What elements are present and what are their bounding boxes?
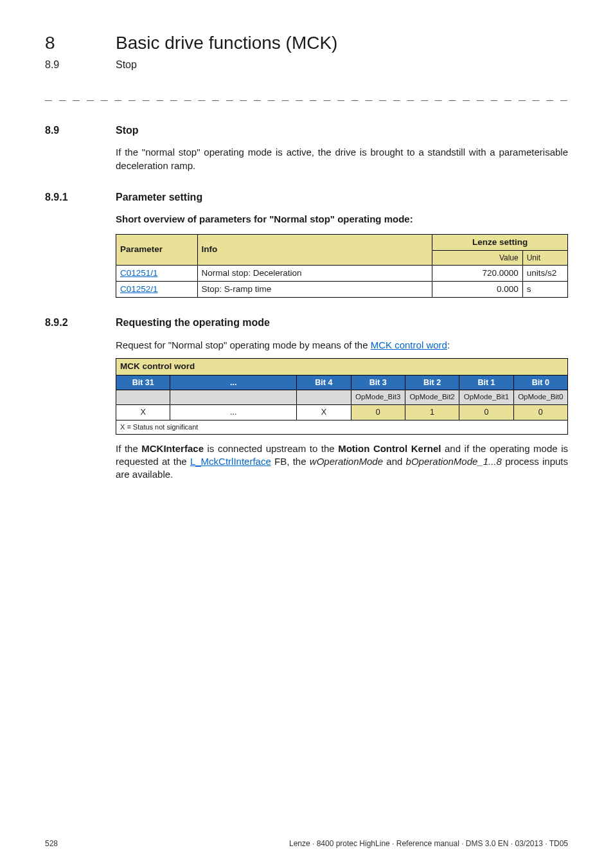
mck-value: X <box>116 404 170 420</box>
mck-mode: OpMode_Bit3 <box>351 390 405 405</box>
section-8-9-1: 8.9.1 Parameter setting <box>45 190 568 204</box>
mck-value: 0 <box>459 404 513 420</box>
bold-motion-control-kernel: Motion Control Kernel <box>338 443 441 454</box>
param-info: Stop: S-ramp time <box>197 282 432 298</box>
param-header-lenze: Lenze setting <box>432 234 568 250</box>
param-subheader-unit: Unit <box>522 250 567 265</box>
mck-footnote: X = Status not significant <box>116 420 568 434</box>
mck-control-word-table: MCK control word Bit 31 ... Bit 4 Bit 3 … <box>116 358 568 434</box>
subsection-title: Requesting the operating mode <box>116 316 270 330</box>
param-value: 0.000 <box>432 282 523 298</box>
mck-control-word-link[interactable]: MCK control word <box>371 339 447 350</box>
mck-bit: Bit 0 <box>513 375 567 390</box>
mck-bit: Bit 31 <box>116 375 170 390</box>
mck-value: 0 <box>513 404 567 420</box>
intro-post: : <box>447 339 450 350</box>
param-value: 720.0000 <box>432 266 523 282</box>
bold-mckinterface: MCKInterface <box>141 443 204 454</box>
page-number: 528 <box>45 838 58 849</box>
mck-bit: ... <box>170 375 297 390</box>
mck-value: X <box>297 404 351 420</box>
subsection-number: 8.9.2 <box>45 316 116 330</box>
intro-pre: Request for "Normal stop" operating mode… <box>116 339 371 350</box>
param-unit: s <box>522 282 567 298</box>
mck-mode: OpMode_Bit1 <box>459 390 513 405</box>
text: is connected upstream to the <box>204 443 338 454</box>
param-link[interactable]: C01252/1 <box>120 284 158 294</box>
section-number: 8.9 <box>45 123 116 138</box>
after-paragraph: If the MCKInterface is connected upstrea… <box>116 442 568 482</box>
divider: _ _ _ _ _ _ _ _ _ _ _ _ _ _ _ _ _ _ _ _ … <box>45 87 568 102</box>
mck-mode <box>170 390 297 405</box>
text: If the <box>116 443 141 454</box>
italic-woperationmode: wOperationMode <box>310 456 383 467</box>
parameter-overview-heading: Short overview of parameters for "Normal… <box>116 213 568 226</box>
chapter-number: 8 <box>45 31 116 55</box>
page-header: 8 Basic drive functions (MCK) <box>45 31 568 55</box>
mck-value: 1 <box>405 404 459 420</box>
table-row: C01252/1 Stop: S-ramp time 0.000 s <box>116 282 568 298</box>
text: and <box>383 456 406 467</box>
parameter-table: Parameter Info Lenze setting Value Unit … <box>116 234 568 298</box>
mckctrlinterface-link[interactable]: L_MckCtrlInterface <box>190 456 271 467</box>
mck-mode: OpMode_Bit0 <box>513 390 567 405</box>
mck-mode: OpMode_Bit2 <box>405 390 459 405</box>
mck-table-title: MCK control word <box>116 359 568 375</box>
param-unit: units/s2 <box>522 266 567 282</box>
mck-bit: Bit 2 <box>405 375 459 390</box>
param-info: Normal stop: Deceleration <box>197 266 432 282</box>
section-title-header: Stop <box>116 58 137 72</box>
param-subheader-value: Value <box>432 250 523 265</box>
text: FB, the <box>271 456 310 467</box>
subsection-number: 8.9.1 <box>45 190 116 204</box>
mck-value: 0 <box>351 404 405 420</box>
page-subheader: 8.9 Stop <box>45 58 568 72</box>
param-header-parameter: Parameter <box>116 234 198 265</box>
page-footer: 528 Lenze · 8400 protec HighLine · Refer… <box>45 838 568 849</box>
footer-right: Lenze · 8400 protec HighLine · Reference… <box>289 838 568 849</box>
mck-bit: Bit 4 <box>297 375 351 390</box>
italic-boperationmode: bOperationMode_1...8 <box>406 456 502 467</box>
section-title: Stop <box>116 123 139 138</box>
requesting-intro: Request for "Normal stop" operating mode… <box>116 339 568 352</box>
chapter-title: Basic drive functions (MCK) <box>116 31 337 55</box>
mck-mode <box>297 390 351 405</box>
param-header-info: Info <box>197 234 432 265</box>
param-link[interactable]: C01251/1 <box>120 268 158 278</box>
section-8-9: 8.9 Stop <box>45 123 568 138</box>
mck-mode <box>116 390 170 405</box>
mck-bit: Bit 3 <box>351 375 405 390</box>
section-paragraph: If the "normal stop" operating mode is a… <box>116 146 568 172</box>
subsection-title: Parameter setting <box>116 190 202 204</box>
section-8-9-2: 8.9.2 Requesting the operating mode <box>45 316 568 330</box>
mck-bit: Bit 1 <box>459 375 513 390</box>
section-number-header: 8.9 <box>45 58 116 72</box>
table-row: C01251/1 Normal stop: Deceleration 720.0… <box>116 266 568 282</box>
mck-value: ... <box>170 404 297 420</box>
